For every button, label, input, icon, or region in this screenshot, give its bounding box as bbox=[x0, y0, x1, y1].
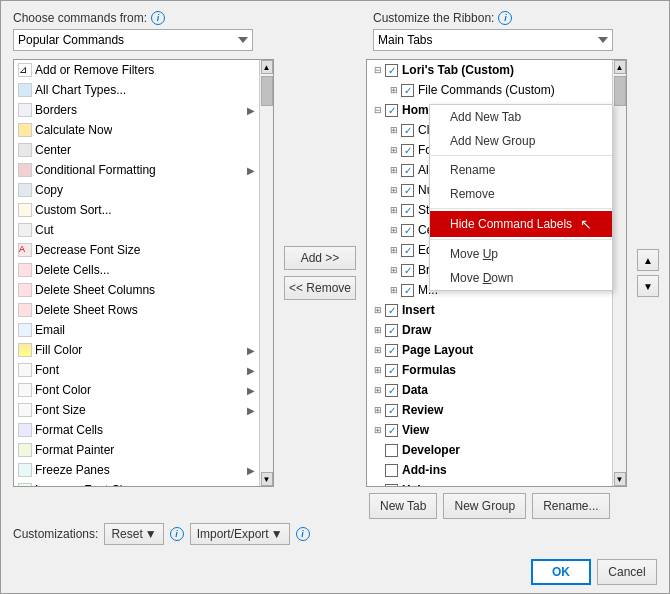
right-scroll-down-btn[interactable]: ▼ bbox=[614, 472, 626, 486]
checkbox-data[interactable] bbox=[385, 384, 398, 397]
list-item[interactable]: Fill Color ▶ bbox=[14, 340, 259, 360]
list-item[interactable]: Conditional Formatting ▶ bbox=[14, 160, 259, 180]
tree-item-insert[interactable]: ⊞ Insert bbox=[367, 300, 612, 320]
list-item[interactable]: All Chart Types... bbox=[14, 80, 259, 100]
context-menu-item-rename[interactable]: Rename bbox=[430, 158, 612, 182]
left-scrollbar[interactable]: ▲ ▼ bbox=[259, 60, 273, 486]
list-item[interactable]: Delete Sheet Rows bbox=[14, 300, 259, 320]
checkbox-styles[interactable] bbox=[401, 204, 414, 217]
checkbox-review[interactable] bbox=[385, 404, 398, 417]
expander-icon[interactable]: ⊞ bbox=[387, 263, 401, 277]
checkbox-breaks[interactable] bbox=[401, 264, 414, 277]
list-item[interactable]: Delete Sheet Columns bbox=[14, 280, 259, 300]
list-item[interactable]: Freeze Panes ▶ bbox=[14, 460, 259, 480]
expander-icon[interactable]: ⊞ bbox=[371, 483, 385, 486]
move-up-arrow-btn[interactable]: ▲ bbox=[637, 249, 659, 271]
context-menu-item-add-new-group[interactable]: Add New Group bbox=[430, 129, 612, 153]
right-scroll-up-btn[interactable]: ▲ bbox=[614, 60, 626, 74]
list-item[interactable]: Font Color ▶ bbox=[14, 380, 259, 400]
right-scroll-thumb[interactable] bbox=[614, 76, 626, 106]
tree-item-addins[interactable]: Add-ins bbox=[367, 460, 612, 480]
expander-icon[interactable] bbox=[371, 443, 385, 457]
expander-icon[interactable]: ⊞ bbox=[371, 383, 385, 397]
scroll-up-btn[interactable]: ▲ bbox=[261, 60, 273, 74]
expander-icon[interactable]: ⊞ bbox=[371, 423, 385, 437]
expander-icon[interactable]: ⊞ bbox=[387, 123, 401, 137]
list-item[interactable]: Font ▶ bbox=[14, 360, 259, 380]
new-tab-button[interactable]: New Tab bbox=[369, 493, 437, 519]
cancel-button[interactable]: Cancel bbox=[597, 559, 657, 585]
checkbox-help[interactable] bbox=[385, 484, 398, 487]
checkbox-number[interactable] bbox=[401, 184, 414, 197]
list-item[interactable]: Custom Sort... bbox=[14, 200, 259, 220]
checkbox-mygrp[interactable] bbox=[401, 284, 414, 297]
list-item[interactable]: Copy bbox=[14, 180, 259, 200]
checkbox-formulas[interactable] bbox=[385, 364, 398, 377]
checkbox-loris[interactable] bbox=[385, 64, 398, 77]
list-item[interactable]: Center bbox=[14, 140, 259, 160]
list-item[interactable]: Font Size ▶ bbox=[14, 400, 259, 420]
expander-icon[interactable]: ⊞ bbox=[387, 83, 401, 97]
tree-item-help[interactable]: ⊞ Help bbox=[367, 480, 612, 486]
expander-icon[interactable]: ⊞ bbox=[387, 163, 401, 177]
add-button[interactable]: Add >> bbox=[284, 246, 356, 270]
left-info-icon[interactable]: i bbox=[151, 11, 165, 25]
expander-icon[interactable] bbox=[371, 463, 385, 477]
list-item[interactable]: A Decrease Font Size bbox=[14, 240, 259, 260]
checkbox-filecommands[interactable] bbox=[401, 84, 414, 97]
tree-item-pagelayout[interactable]: ⊞ Page Layout bbox=[367, 340, 612, 360]
reset-info-icon[interactable]: i bbox=[170, 527, 184, 541]
checkbox-font[interactable] bbox=[401, 144, 414, 157]
list-item[interactable]: Format Cells bbox=[14, 420, 259, 440]
tree-item-view[interactable]: ⊞ View bbox=[367, 420, 612, 440]
expander-icon[interactable]: ⊞ bbox=[371, 303, 385, 317]
tree-item-draw[interactable]: ⊞ Draw bbox=[367, 320, 612, 340]
expander-icon[interactable]: ⊟ bbox=[371, 63, 385, 77]
expander-icon[interactable]: ⊞ bbox=[387, 283, 401, 297]
right-info-icon[interactable]: i bbox=[498, 11, 512, 25]
scroll-thumb[interactable] bbox=[261, 76, 273, 106]
list-item[interactable]: Borders ▶ bbox=[14, 100, 259, 120]
checkbox-cells[interactable] bbox=[401, 224, 414, 237]
context-menu-item-remove[interactable]: Remove bbox=[430, 182, 612, 206]
expander-icon[interactable]: ⊞ bbox=[387, 243, 401, 257]
tree-item-review[interactable]: ⊞ Review bbox=[367, 400, 612, 420]
expander-icon[interactable]: ⊞ bbox=[371, 343, 385, 357]
expander-icon[interactable]: ⊞ bbox=[371, 363, 385, 377]
import-export-info-icon[interactable]: i bbox=[296, 527, 310, 541]
tree-item-filecommands[interactable]: ⊞ File Commands (Custom) bbox=[367, 80, 612, 100]
list-item[interactable]: Format Painter bbox=[14, 440, 259, 460]
expander-icon[interactable]: ⊞ bbox=[387, 223, 401, 237]
list-item[interactable]: ⊿ Add or Remove Filters bbox=[14, 60, 259, 80]
rename-button[interactable]: Rename... bbox=[532, 493, 609, 519]
right-scrollbar[interactable]: ▲ ▼ bbox=[612, 60, 626, 486]
checkbox-insert[interactable] bbox=[385, 304, 398, 317]
tree-item-developer[interactable]: Developer bbox=[367, 440, 612, 460]
expander-icon[interactable]: ⊞ bbox=[371, 323, 385, 337]
checkbox-draw[interactable] bbox=[385, 324, 398, 337]
remove-button[interactable]: << Remove bbox=[284, 276, 356, 300]
checkbox-addins[interactable] bbox=[385, 464, 398, 477]
list-item[interactable]: Calculate Now bbox=[14, 120, 259, 140]
scroll-down-btn[interactable]: ▼ bbox=[261, 472, 273, 486]
checkbox-editing[interactable] bbox=[401, 244, 414, 257]
expander-icon[interactable]: ⊞ bbox=[387, 143, 401, 157]
expander-icon[interactable]: ⊟ bbox=[371, 103, 385, 117]
list-item[interactable]: A Increase Font Size bbox=[14, 480, 259, 486]
new-group-button[interactable]: New Group bbox=[443, 493, 526, 519]
tree-item-data[interactable]: ⊞ Data bbox=[367, 380, 612, 400]
import-export-button[interactable]: Import/Export ▼ bbox=[190, 523, 290, 545]
context-menu-item-move-up[interactable]: Move Up bbox=[430, 242, 612, 266]
expander-icon[interactable]: ⊞ bbox=[387, 183, 401, 197]
expander-icon[interactable]: ⊞ bbox=[371, 403, 385, 417]
list-item[interactable]: Cut bbox=[14, 220, 259, 240]
ok-button[interactable]: OK bbox=[531, 559, 591, 585]
checkbox-alignment[interactable] bbox=[401, 164, 414, 177]
customize-ribbon-dropdown[interactable]: Main Tabs Tool Tabs All Tabs bbox=[373, 29, 613, 51]
list-item[interactable]: Email bbox=[14, 320, 259, 340]
reset-button[interactable]: Reset ▼ bbox=[104, 523, 163, 545]
context-menu-item-move-down[interactable]: Move Down bbox=[430, 266, 612, 290]
list-item[interactable]: Delete Cells... bbox=[14, 260, 259, 280]
move-down-arrow-btn[interactable]: ▼ bbox=[637, 275, 659, 297]
tree-item-loris[interactable]: ⊟ Lori's Tab (Custom) bbox=[367, 60, 612, 80]
